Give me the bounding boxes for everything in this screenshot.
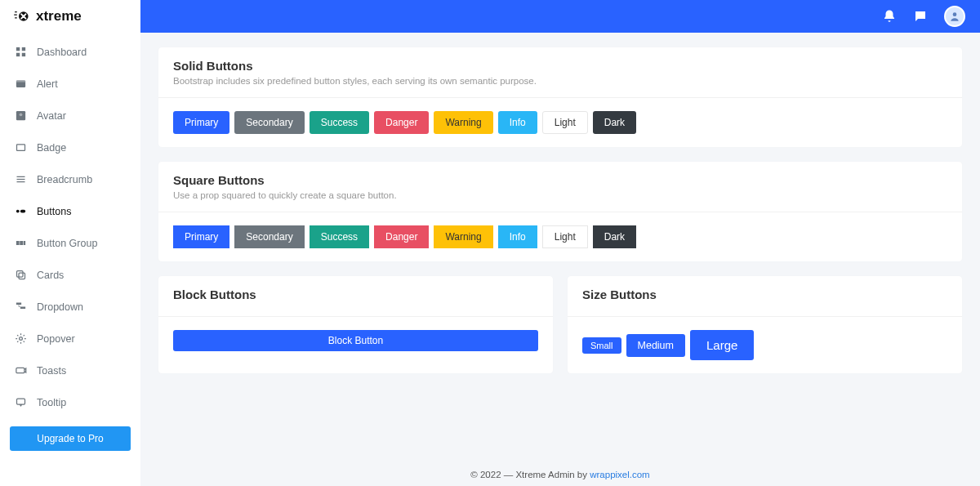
small-button[interactable]: Small xyxy=(582,337,621,354)
logo-icon xyxy=(13,10,31,23)
topbar: xtreme xyxy=(0,0,980,33)
svg-point-9 xyxy=(20,113,23,116)
dark-button[interactable]: Dark xyxy=(593,111,636,134)
svg-point-14 xyxy=(16,210,20,213)
sidebar: Dashboard Alert Avatar Badge Breadcrumb … xyxy=(0,33,140,486)
svg-rect-18 xyxy=(24,241,26,245)
light-button[interactable]: Light xyxy=(542,111,588,134)
svg-rect-15 xyxy=(20,210,25,213)
svg-rect-21 xyxy=(16,303,21,305)
info-square-button[interactable]: Info xyxy=(498,225,537,248)
success-button[interactable]: Success xyxy=(310,111,369,134)
avatar-icon xyxy=(15,109,27,122)
svg-point-23 xyxy=(20,337,23,341)
svg-rect-22 xyxy=(20,307,25,310)
card-title: Solid Buttons xyxy=(173,59,947,73)
main-content: Solid Buttons Bootstrap includes six pre… xyxy=(140,33,980,486)
sidebar-item-label: Dashboard xyxy=(37,47,87,58)
svg-rect-16 xyxy=(16,241,20,245)
dashboard-icon xyxy=(15,46,27,58)
svg-rect-25 xyxy=(17,399,25,404)
svg-rect-3 xyxy=(22,47,25,51)
sidebar-item-label: Tooltip xyxy=(37,397,66,408)
svg-rect-4 xyxy=(16,53,20,56)
warning-button[interactable]: Warning xyxy=(434,111,492,134)
sidebar-item-badge[interactable]: Badge xyxy=(0,132,140,163)
sidebar-item-label: Badge xyxy=(37,142,66,154)
brand-name: xtreme xyxy=(36,8,82,25)
sidebar-item-label: Avatar xyxy=(37,110,66,122)
svg-rect-20 xyxy=(19,273,25,279)
svg-rect-2 xyxy=(16,47,20,51)
solid-buttons-card: Solid Buttons Bootstrap includes six pre… xyxy=(158,47,962,147)
sidebar-item-breadcrumb[interactable]: Breadcrumb xyxy=(0,163,140,195)
svg-point-1 xyxy=(953,12,957,16)
sidebar-item-tooltip[interactable]: Tooltip xyxy=(0,386,140,418)
medium-button[interactable]: Medium xyxy=(626,334,685,357)
sidebar-item-label: Alert xyxy=(37,78,58,90)
card-subtitle: Bootstrap includes six predefined button… xyxy=(173,76,947,86)
svg-rect-17 xyxy=(20,241,23,245)
sidebar-item-dropdown[interactable]: Dropdown xyxy=(0,291,140,323)
info-button[interactable]: Info xyxy=(498,111,537,134)
sidebar-item-cards[interactable]: Cards xyxy=(0,259,140,291)
footer-link[interactable]: wrappixel.com xyxy=(590,470,650,479)
danger-button[interactable]: Danger xyxy=(374,111,429,134)
sidebar-item-button-group[interactable]: Button Group xyxy=(0,227,140,259)
sidebar-item-label: Toasts xyxy=(37,365,66,377)
chat-icon[interactable] xyxy=(913,9,928,24)
badge-icon xyxy=(15,141,27,154)
block-button[interactable]: Block Button xyxy=(173,330,538,351)
svg-rect-5 xyxy=(22,53,25,56)
popover-icon xyxy=(15,332,27,345)
square-buttons-card: Square Buttons Use a prop squared to qui… xyxy=(158,162,962,261)
sidebar-item-popover[interactable]: Popover xyxy=(0,323,140,354)
sidebar-item-dashboard[interactable]: Dashboard xyxy=(0,36,140,68)
sidebar-item-label: Button Group xyxy=(37,238,97,249)
sidebar-item-label: Breadcrumb xyxy=(37,174,92,185)
secondary-button[interactable]: Secondary xyxy=(234,111,304,134)
sidebar-item-label: Dropdown xyxy=(37,301,83,313)
dropdown-icon xyxy=(15,301,27,313)
svg-rect-19 xyxy=(17,271,24,278)
sidebar-item-label: Buttons xyxy=(37,206,71,217)
svg-rect-7 xyxy=(16,80,25,82)
sidebar-item-label: Cards xyxy=(37,270,64,281)
light-square-button[interactable]: Light xyxy=(542,225,588,248)
user-avatar[interactable] xyxy=(944,6,965,27)
success-square-button[interactable]: Success xyxy=(310,225,369,248)
card-title: Block Buttons xyxy=(173,288,538,301)
sidebar-item-toasts[interactable]: Toasts xyxy=(0,354,140,386)
sidebar-item-avatar[interactable]: Avatar xyxy=(0,100,140,132)
sidebar-item-buttons[interactable]: Buttons xyxy=(0,195,140,227)
warning-square-button[interactable]: Warning xyxy=(434,225,492,248)
bell-icon[interactable] xyxy=(882,9,897,24)
sidebar-item-alert[interactable]: Alert xyxy=(0,68,140,100)
buttons-icon xyxy=(15,205,27,217)
logo-area[interactable]: xtreme xyxy=(0,0,140,33)
secondary-square-button[interactable]: Secondary xyxy=(234,225,304,248)
upgrade-button[interactable]: Upgrade to Pro xyxy=(10,426,131,451)
svg-rect-10 xyxy=(17,145,25,151)
card-title: Square Buttons xyxy=(173,173,947,187)
card-title: Size Buttons xyxy=(582,288,947,301)
primary-button[interactable]: Primary xyxy=(173,111,229,134)
block-buttons-card: Block Buttons Block Button xyxy=(158,276,553,373)
dark-square-button[interactable]: Dark xyxy=(593,225,636,248)
button-group-icon xyxy=(15,237,27,249)
footer-text: © 2022 — Xtreme Admin by xyxy=(470,470,590,479)
cards-icon xyxy=(15,269,27,281)
size-buttons-card: Size Buttons Small Medium Large xyxy=(568,276,962,373)
large-button[interactable]: Large xyxy=(690,330,754,360)
danger-square-button[interactable]: Danger xyxy=(374,225,429,248)
toasts-icon xyxy=(15,364,27,377)
sidebar-item-label: Popover xyxy=(37,333,75,345)
card-subtitle: Use a prop squared to quickly create a s… xyxy=(173,190,947,200)
tooltip-icon xyxy=(15,396,27,408)
footer: © 2022 — Xtreme Admin by wrappixel.com xyxy=(140,463,980,486)
primary-square-button[interactable]: Primary xyxy=(173,225,229,248)
breadcrumb-icon xyxy=(15,173,27,185)
alert-icon xyxy=(15,78,27,90)
svg-rect-24 xyxy=(16,368,24,372)
topbar-actions xyxy=(140,0,980,33)
